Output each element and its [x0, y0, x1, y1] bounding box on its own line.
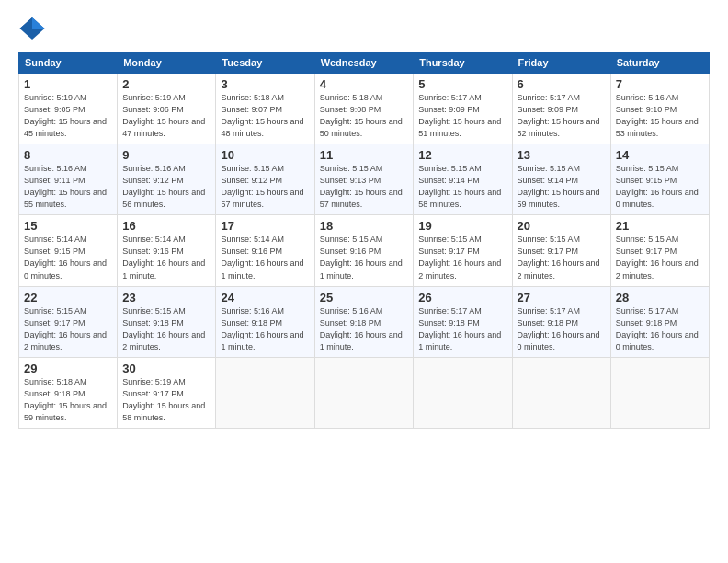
calendar-cell: 17 Sunrise: 5:14 AMSunset: 9:16 PMDaylig…	[216, 215, 314, 286]
day-number: 14	[616, 148, 704, 162]
day-number: 23	[122, 291, 210, 304]
calendar-cell: 5 Sunrise: 5:17 AMSunset: 9:09 PMDayligh…	[414, 74, 512, 144]
day-info: Sunrise: 5:14 AMSunset: 9:16 PMDaylight:…	[122, 234, 210, 282]
day-info: Sunrise: 5:19 AMSunset: 9:05 PMDaylight:…	[24, 92, 112, 140]
calendar-cell	[216, 357, 314, 428]
day-number: 2	[122, 77, 210, 91]
day-info: Sunrise: 5:17 AMSunset: 9:09 PMDaylight:…	[518, 92, 606, 140]
day-number: 21	[616, 219, 704, 233]
calendar-cell: 26 Sunrise: 5:17 AMSunset: 9:18 PMDaylig…	[414, 286, 512, 357]
svg-marker-2	[20, 17, 33, 29]
header-row: Sunday Monday Tuesday Wednesday Thursday…	[19, 52, 710, 74]
day-info: Sunrise: 5:18 AMSunset: 9:18 PMDaylight:…	[24, 376, 112, 424]
calendar-row: 22 Sunrise: 5:15 AMSunset: 9:17 PMDaylig…	[19, 286, 710, 357]
calendar-cell: 13 Sunrise: 5:15 AMSunset: 9:14 PMDaylig…	[512, 144, 610, 215]
col-sunday: Sunday	[19, 52, 118, 74]
day-number: 28	[616, 291, 704, 304]
day-number: 16	[122, 219, 210, 233]
calendar-cell: 3 Sunrise: 5:18 AMSunset: 9:07 PMDayligh…	[216, 74, 314, 144]
day-info: Sunrise: 5:14 AMSunset: 9:16 PMDaylight:…	[221, 234, 309, 282]
day-info: Sunrise: 5:19 AMSunset: 9:06 PMDaylight:…	[122, 92, 210, 140]
day-number: 12	[418, 148, 506, 162]
calendar-cell	[512, 357, 610, 428]
calendar-cell: 9 Sunrise: 5:16 AMSunset: 9:12 PMDayligh…	[118, 144, 216, 215]
calendar-row: 8 Sunrise: 5:16 AMSunset: 9:11 PMDayligh…	[19, 144, 710, 215]
calendar-cell: 10 Sunrise: 5:15 AMSunset: 9:12 PMDaylig…	[216, 144, 314, 215]
col-friday: Friday	[512, 52, 610, 74]
day-number: 3	[221, 77, 309, 91]
logo-icon	[18, 15, 46, 42]
calendar-cell: 8 Sunrise: 5:16 AMSunset: 9:11 PMDayligh…	[19, 144, 118, 215]
day-info: Sunrise: 5:16 AMSunset: 9:18 PMDaylight:…	[221, 305, 309, 353]
day-info: Sunrise: 5:15 AMSunset: 9:15 PMDaylight:…	[616, 163, 704, 211]
col-tuesday: Tuesday	[216, 52, 314, 74]
day-number: 4	[320, 77, 409, 91]
day-info: Sunrise: 5:17 AMSunset: 9:18 PMDaylight:…	[518, 305, 606, 353]
day-number: 25	[320, 291, 409, 304]
calendar-table: Sunday Monday Tuesday Wednesday Thursday…	[18, 52, 710, 429]
calendar-cell	[414, 357, 512, 428]
calendar-cell: 27 Sunrise: 5:17 AMSunset: 9:18 PMDaylig…	[512, 286, 610, 357]
day-number: 19	[418, 219, 506, 233]
calendar-cell: 15 Sunrise: 5:14 AMSunset: 9:15 PMDaylig…	[19, 215, 118, 286]
day-number: 27	[518, 291, 606, 304]
day-number: 5	[418, 77, 506, 91]
day-number: 17	[221, 219, 309, 233]
calendar-cell: 28 Sunrise: 5:17 AMSunset: 9:18 PMDaylig…	[610, 286, 709, 357]
calendar-cell: 21 Sunrise: 5:15 AMSunset: 9:17 PMDaylig…	[610, 215, 709, 286]
day-number: 15	[24, 219, 112, 233]
day-info: Sunrise: 5:15 AMSunset: 9:12 PMDaylight:…	[221, 163, 309, 211]
day-number: 26	[418, 291, 506, 304]
col-thursday: Thursday	[414, 52, 512, 74]
day-number: 18	[320, 219, 409, 233]
day-info: Sunrise: 5:15 AMSunset: 9:17 PMDaylight:…	[418, 234, 506, 282]
calendar-cell: 20 Sunrise: 5:15 AMSunset: 9:17 PMDaylig…	[512, 215, 610, 286]
calendar-row: 29 Sunrise: 5:18 AMSunset: 9:18 PMDaylig…	[19, 357, 710, 428]
page-header	[18, 15, 710, 42]
calendar-cell: 12 Sunrise: 5:15 AMSunset: 9:14 PMDaylig…	[414, 144, 512, 215]
day-number: 30	[122, 362, 210, 375]
day-number: 29	[24, 362, 112, 375]
calendar-cell	[314, 357, 414, 428]
day-number: 10	[221, 148, 309, 162]
day-info: Sunrise: 5:16 AMSunset: 9:18 PMDaylight:…	[320, 305, 409, 353]
calendar-cell: 18 Sunrise: 5:15 AMSunset: 9:16 PMDaylig…	[314, 215, 414, 286]
calendar-cell: 7 Sunrise: 5:16 AMSunset: 9:10 PMDayligh…	[610, 74, 709, 144]
col-saturday: Saturday	[610, 52, 709, 74]
calendar-cell: 23 Sunrise: 5:15 AMSunset: 9:18 PMDaylig…	[118, 286, 216, 357]
calendar-cell: 22 Sunrise: 5:15 AMSunset: 9:17 PMDaylig…	[19, 286, 118, 357]
day-info: Sunrise: 5:17 AMSunset: 9:09 PMDaylight:…	[418, 92, 506, 140]
calendar-cell	[610, 357, 709, 428]
logo	[18, 15, 50, 42]
day-info: Sunrise: 5:19 AMSunset: 9:17 PMDaylight:…	[122, 376, 210, 424]
day-info: Sunrise: 5:15 AMSunset: 9:14 PMDaylight:…	[518, 163, 606, 211]
calendar-cell: 24 Sunrise: 5:16 AMSunset: 9:18 PMDaylig…	[216, 286, 314, 357]
calendar-row: 1 Sunrise: 5:19 AMSunset: 9:05 PMDayligh…	[19, 74, 710, 144]
day-info: Sunrise: 5:15 AMSunset: 9:17 PMDaylight:…	[24, 305, 112, 353]
calendar-cell: 29 Sunrise: 5:18 AMSunset: 9:18 PMDaylig…	[19, 357, 118, 428]
day-info: Sunrise: 5:15 AMSunset: 9:17 PMDaylight:…	[518, 234, 606, 282]
day-info: Sunrise: 5:17 AMSunset: 9:18 PMDaylight:…	[418, 305, 506, 353]
day-info: Sunrise: 5:15 AMSunset: 9:14 PMDaylight:…	[418, 163, 506, 211]
calendar-cell: 1 Sunrise: 5:19 AMSunset: 9:05 PMDayligh…	[19, 74, 118, 144]
day-info: Sunrise: 5:16 AMSunset: 9:11 PMDaylight:…	[24, 163, 112, 211]
day-number: 13	[518, 148, 606, 162]
calendar-cell: 14 Sunrise: 5:15 AMSunset: 9:15 PMDaylig…	[610, 144, 709, 215]
svg-marker-1	[32, 17, 45, 29]
day-info: Sunrise: 5:15 AMSunset: 9:18 PMDaylight:…	[122, 305, 210, 353]
day-number: 24	[221, 291, 309, 304]
calendar-page: Sunday Monday Tuesday Wednesday Thursday…	[0, 0, 728, 563]
calendar-cell: 30 Sunrise: 5:19 AMSunset: 9:17 PMDaylig…	[118, 357, 216, 428]
day-info: Sunrise: 5:16 AMSunset: 9:10 PMDaylight:…	[616, 92, 704, 140]
day-number: 6	[518, 77, 606, 91]
col-wednesday: Wednesday	[314, 52, 414, 74]
day-info: Sunrise: 5:15 AMSunset: 9:16 PMDaylight:…	[320, 234, 409, 282]
day-info: Sunrise: 5:17 AMSunset: 9:18 PMDaylight:…	[616, 305, 704, 353]
calendar-cell: 19 Sunrise: 5:15 AMSunset: 9:17 PMDaylig…	[414, 215, 512, 286]
day-number: 22	[24, 291, 112, 304]
calendar-cell: 11 Sunrise: 5:15 AMSunset: 9:13 PMDaylig…	[314, 144, 414, 215]
day-info: Sunrise: 5:15 AMSunset: 9:17 PMDaylight:…	[616, 234, 704, 282]
calendar-cell: 16 Sunrise: 5:14 AMSunset: 9:16 PMDaylig…	[118, 215, 216, 286]
calendar-row: 15 Sunrise: 5:14 AMSunset: 9:15 PMDaylig…	[19, 215, 710, 286]
day-info: Sunrise: 5:14 AMSunset: 9:15 PMDaylight:…	[24, 234, 112, 282]
